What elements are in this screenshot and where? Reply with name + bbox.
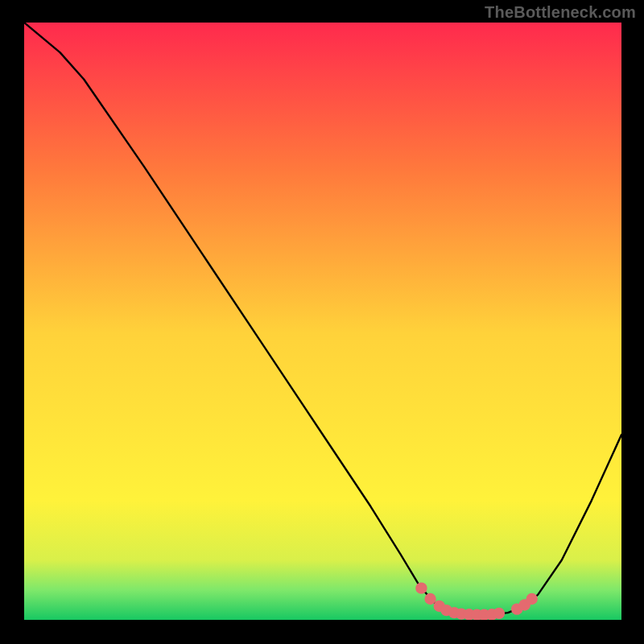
gradient-bg xyxy=(24,23,621,620)
chart-svg xyxy=(24,23,621,620)
chart-stage: TheBottleneck.com xyxy=(0,0,644,644)
watermark-text: TheBottleneck.com xyxy=(485,3,636,22)
curve-marker xyxy=(415,582,427,593)
curve-marker xyxy=(493,608,505,619)
curve-marker xyxy=(526,593,538,605)
plot-area xyxy=(24,23,621,620)
curve-marker xyxy=(424,593,436,605)
